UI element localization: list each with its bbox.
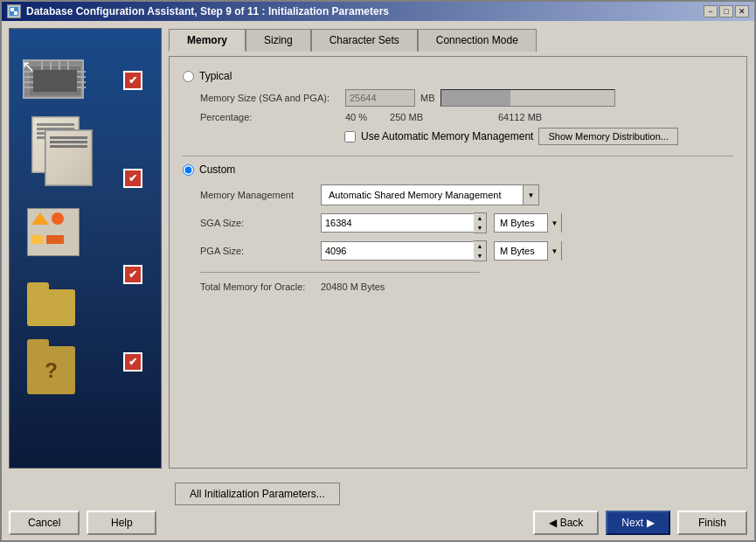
cancel-button[interactable]: Cancel bbox=[9, 511, 80, 535]
window-title: Database Configuration Assistant, Step 9… bbox=[26, 5, 389, 17]
sga-unit-value: M Bytes bbox=[495, 216, 547, 230]
minimize-button[interactable]: − bbox=[704, 5, 718, 17]
left-panel: ↖ bbox=[9, 28, 162, 469]
pga-unit-dropdown[interactable]: M Bytes ▼ bbox=[494, 241, 562, 261]
typical-label[interactable]: Typical bbox=[199, 70, 232, 82]
left-panel-art: ↖ bbox=[10, 29, 161, 468]
bottom-area: All Initialization Parameters... bbox=[2, 476, 754, 505]
circle-shape bbox=[52, 212, 64, 225]
show-distribution-button[interactable]: Show Memory Distribution... bbox=[538, 128, 678, 145]
tab-memory[interactable]: Memory bbox=[169, 29, 246, 52]
sga-spin-buttons: ▲ ▼ bbox=[474, 212, 487, 233]
pga-unit-value: M Bytes bbox=[495, 244, 547, 258]
percentage-label: Percentage: bbox=[200, 112, 340, 122]
chip-graphic bbox=[23, 59, 84, 99]
tab-content-memory: Typical Memory Size (SGA and PGA): MB bbox=[169, 56, 747, 469]
pga-spin-down[interactable]: ▼ bbox=[474, 251, 486, 261]
tab-character-sets[interactable]: Character Sets bbox=[311, 29, 418, 52]
folder-graphic-1 bbox=[27, 282, 80, 326]
sga-unit-dropdown[interactable]: M Bytes ▼ bbox=[494, 213, 562, 233]
finish-button[interactable]: Finish bbox=[677, 511, 747, 535]
memory-size-input[interactable] bbox=[345, 89, 415, 107]
maximize-button[interactable]: □ bbox=[719, 5, 733, 17]
custom-label[interactable]: Custom bbox=[199, 163, 235, 176]
back-label: Back bbox=[560, 517, 584, 529]
doc-graphic-2 bbox=[45, 129, 93, 186]
sga-size-input[interactable] bbox=[321, 213, 474, 233]
triangle-shape bbox=[31, 212, 49, 225]
custom-section: Memory Management Automatic Shared Memor… bbox=[200, 184, 733, 292]
memory-management-value: Automatic Shared Memory Management bbox=[322, 188, 523, 202]
max-value: 64112 MB bbox=[498, 112, 542, 122]
pga-size-input[interactable] bbox=[321, 241, 474, 261]
typical-radio[interactable] bbox=[183, 71, 194, 82]
tab-connection-mode[interactable]: Connection Mode bbox=[418, 29, 537, 52]
pga-size-label: PGA Size: bbox=[200, 246, 314, 256]
sga-spin-up[interactable]: ▲ bbox=[474, 213, 486, 223]
pga-unit-dropdown-arrow[interactable]: ▼ bbox=[547, 241, 561, 261]
total-memory-row: Total Memory for Oracle: 20480 M Bytes bbox=[200, 281, 733, 292]
typical-options: Memory Size (SGA and PGA): MB Percentage… bbox=[200, 89, 733, 145]
min-value: 250 MB bbox=[390, 112, 423, 122]
tab-bar: Memory Sizing Character Sets Connection … bbox=[169, 28, 747, 51]
sga-spin-down[interactable]: ▼ bbox=[474, 223, 486, 233]
sga-size-row: SGA Size: ▲ ▼ M Bytes ▼ bbox=[200, 212, 733, 233]
right-panel: Memory Sizing Character Sets Connection … bbox=[169, 28, 747, 469]
check-badge-1: ✔ bbox=[123, 71, 142, 90]
check-badge-2: ✔ bbox=[123, 169, 142, 188]
bottom-buttons: Cancel Help ◀ Back Next ▶ Finish bbox=[2, 505, 754, 540]
all-init-params-button[interactable]: All Initialization Parameters... bbox=[175, 483, 340, 505]
next-label: Next bbox=[621, 517, 643, 529]
svg-rect-1 bbox=[10, 8, 14, 11]
shapes-graphic bbox=[27, 208, 80, 256]
divider bbox=[183, 156, 733, 156]
pga-spin-up[interactable]: ▲ bbox=[474, 241, 486, 251]
total-memory-value: 20480 M Bytes bbox=[321, 281, 385, 292]
sga-size-spinbox: ▲ ▼ bbox=[321, 212, 487, 233]
separator-line bbox=[200, 272, 480, 273]
auto-memory-label[interactable]: Use Automatic Memory Management bbox=[361, 130, 533, 142]
sga-unit-dropdown-arrow[interactable]: ▼ bbox=[547, 213, 561, 233]
custom-radio-row: Custom bbox=[183, 163, 733, 176]
memory-management-row: Memory Management Automatic Shared Memor… bbox=[200, 184, 733, 205]
left-button-group: Cancel Help bbox=[9, 511, 156, 535]
memory-management-dropdown[interactable]: Automatic Shared Memory Management ▼ bbox=[321, 184, 539, 205]
check-badge-4: ✔ bbox=[123, 352, 142, 372]
app-icon bbox=[7, 4, 21, 18]
total-memory-label: Total Memory for Oracle: bbox=[200, 281, 314, 292]
right-button-group: ◀ Back Next ▶ Finish bbox=[533, 511, 747, 535]
help-button[interactable]: Help bbox=[87, 511, 156, 535]
svg-rect-2 bbox=[14, 11, 17, 15]
percentage-value: 40 % bbox=[345, 112, 367, 122]
svg-rect-4 bbox=[33, 70, 77, 92]
next-arrow-icon: ▶ bbox=[647, 517, 655, 529]
memory-management-dropdown-arrow[interactable]: ▼ bbox=[523, 185, 538, 205]
tab-sizing[interactable]: Sizing bbox=[246, 29, 311, 52]
title-bar: Database Configuration Assistant, Step 9… bbox=[2, 2, 754, 21]
pga-spin-buttons: ▲ ▼ bbox=[474, 240, 487, 261]
next-button[interactable]: Next ▶ bbox=[606, 511, 670, 535]
close-button[interactable]: ✕ bbox=[735, 5, 749, 17]
pga-size-row: PGA Size: ▲ ▼ M Bytes ▼ bbox=[200, 240, 733, 261]
check-badge-3: ✔ bbox=[123, 265, 142, 284]
pga-size-spinbox: ▲ ▼ bbox=[321, 240, 487, 261]
auto-memory-row: Use Automatic Memory Management Show Mem… bbox=[344, 128, 733, 145]
back-button[interactable]: ◀ Back bbox=[533, 511, 600, 535]
memory-size-label: Memory Size (SGA and PGA): bbox=[200, 93, 340, 103]
rect2-shape bbox=[46, 235, 64, 244]
auto-memory-checkbox[interactable] bbox=[344, 131, 356, 142]
rect-shape bbox=[31, 235, 44, 244]
back-arrow-icon: ◀ bbox=[549, 517, 557, 529]
memory-size-row: Memory Size (SGA and PGA): MB bbox=[200, 89, 733, 107]
memory-size-unit: MB bbox=[420, 93, 435, 103]
sga-size-label: SGA Size: bbox=[200, 218, 314, 228]
window-controls: − □ ✕ bbox=[704, 5, 749, 17]
custom-radio[interactable] bbox=[183, 164, 194, 176]
folder-graphic-2: ? bbox=[27, 339, 80, 400]
content-area: ↖ bbox=[2, 21, 754, 476]
typical-radio-row: Typical bbox=[183, 70, 733, 82]
percentage-row: Percentage: 40 % 250 MB 64112 MB bbox=[200, 112, 733, 122]
main-window: Database Configuration Assistant, Step 9… bbox=[0, 0, 756, 542]
memory-management-label: Memory Management bbox=[200, 190, 314, 200]
